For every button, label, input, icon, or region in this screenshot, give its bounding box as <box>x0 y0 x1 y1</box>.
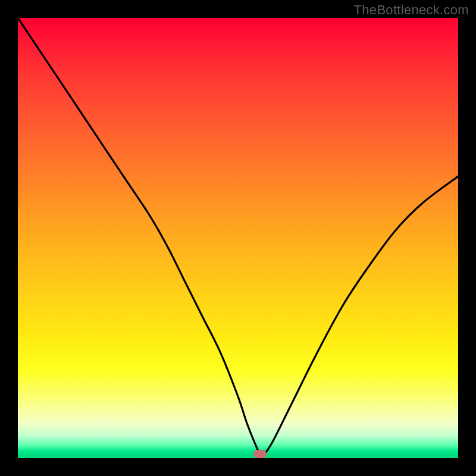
bottleneck-curve <box>18 18 458 458</box>
watermark-text: TheBottleneck.com <box>354 2 469 18</box>
optimal-point-marker <box>253 450 267 458</box>
plot-area <box>18 18 458 458</box>
chart-frame: TheBottleneck.com <box>0 0 476 476</box>
